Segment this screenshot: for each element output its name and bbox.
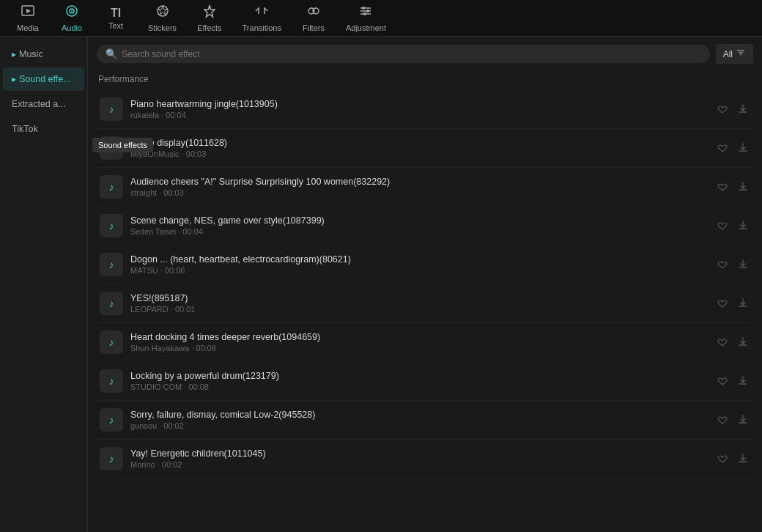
svg-point-13 (363, 12, 366, 15)
filter-icon (736, 48, 746, 60)
track-meta: gunsou · 00:02 (130, 421, 708, 430)
track-music-icon: ♪ (100, 175, 123, 199)
track-item[interactable]: ♪ Piano heartwarming jingle(1013905) ruk… (94, 90, 756, 129)
track-name: Audience cheers "A!" Surprise Surprising… (130, 177, 708, 187)
track-download-button[interactable] (736, 218, 750, 233)
nav-effects[interactable]: Effects (188, 1, 230, 35)
search-input[interactable] (122, 49, 701, 59)
track-item[interactable]: ♪ Locking by a powerful drum(123179) STU… (94, 362, 756, 401)
track-meta: MATSU · 00:06 (130, 266, 708, 275)
track-item[interactable]: ♪ Yay! Energetic children(1011045) Morin… (94, 440, 756, 479)
track-favorite-button[interactable] (715, 102, 730, 117)
track-favorite-button[interactable] (715, 335, 730, 350)
svg-point-9 (362, 7, 365, 10)
track-favorite-button[interactable] (715, 296, 730, 311)
nav-adjustment[interactable]: Adjustment (337, 1, 395, 35)
sidebar-music-label: Music (19, 49, 43, 59)
track-name: Yay! Energetic children(1011045) (130, 448, 708, 459)
track-download-button[interactable] (736, 413, 750, 427)
track-music-icon: ♪ (100, 292, 123, 315)
track-info: Scene change, NES, game over style(10873… (130, 215, 708, 236)
nav-media[interactable]: Media (7, 1, 48, 35)
track-download-button[interactable] (736, 374, 750, 388)
sidebar-sound-effects-label: Sound effe... (19, 74, 71, 84)
search-icon: 🔍 (106, 48, 117, 59)
track-music-icon: ♪ (100, 408, 123, 432)
track-favorite-button[interactable] (715, 141, 730, 155)
track-actions (715, 218, 750, 233)
track-music-icon: ♪ (100, 214, 123, 237)
track-info: Heart docking 4 times deeper reverb(1094… (130, 332, 708, 352)
top-nav: Media Audio TI Text Stickers (0, 0, 762, 37)
nav-effects-label: Effects (197, 23, 221, 32)
sidebar-tooltip: Sound effects (92, 138, 153, 152)
track-download-button[interactable] (736, 335, 750, 350)
all-filter-button[interactable]: All (716, 44, 753, 64)
sidebar-item-sound-effects[interactable]: ▶ Sound effe... (3, 67, 84, 91)
track-name: Piano heartwarming jingle(1013905) (130, 99, 708, 109)
track-item[interactable]: ♪ Heart docking 4 times deeper reverb(10… (94, 323, 756, 362)
track-actions (715, 141, 750, 155)
nav-audio[interactable]: Audio (51, 1, 92, 35)
nav-filters[interactable]: Filters (293, 1, 334, 35)
track-item[interactable]: ♪ Sorry, failure, dismay, comical Low-2(… (94, 401, 756, 440)
nav-text[interactable]: TI Text (95, 4, 136, 33)
track-meta: Morino · 00:02 (130, 460, 708, 469)
sidebar-item-music[interactable]: ▶ Music (3, 43, 84, 66)
track-download-button[interactable] (736, 296, 750, 311)
track-info: Yay! Energetic children(1011045) Morino … (130, 448, 708, 469)
music-caret-icon: ▶ (12, 51, 16, 58)
track-info: YES!(895187) LEOPARD · 00:01 (130, 293, 708, 314)
track-info: Score display(1011628) MiyaOnMusic · 00:… (130, 138, 708, 158)
nav-transitions[interactable]: Transitions (234, 1, 290, 35)
track-download-button[interactable] (736, 141, 750, 155)
track-info: Locking by a powerful drum(123179) STUDI… (130, 371, 708, 391)
track-meta: Seiten Taisei · 00:04 (130, 227, 708, 236)
content-area: 🔍 All Performance ♪ Pia (88, 37, 762, 532)
track-info: Audience cheers "A!" Surprise Surprising… (130, 177, 708, 197)
sound-effects-caret-icon: ▶ (12, 76, 16, 83)
audio-icon (64, 4, 79, 22)
track-info: Sorry, failure, dismay, comical Low-2(94… (130, 410, 708, 430)
track-download-button[interactable] (736, 257, 750, 272)
transitions-icon (254, 4, 269, 22)
track-favorite-button[interactable] (715, 374, 730, 388)
track-item[interactable]: ♪ Score display(1011628) MiyaOnMusic · 0… (94, 129, 756, 168)
nav-stickers-label: Stickers (148, 23, 177, 32)
track-favorite-button[interactable] (715, 413, 730, 427)
svg-point-11 (366, 10, 369, 12)
all-filter-label: All (723, 49, 733, 59)
track-item[interactable]: ♪ YES!(895187) LEOPARD · 00:01 (94, 284, 756, 323)
track-name: Sorry, failure, dismay, comical Low-2(94… (130, 410, 708, 420)
track-item[interactable]: ♪ Dogon ... (heart, heartbeat, electroca… (94, 245, 756, 284)
track-meta: rukatela · 00:04 (130, 111, 708, 119)
effects-icon (202, 4, 217, 22)
sidebar-item-extracted[interactable]: Extracted a... (3, 92, 84, 116)
sidebar-item-tiktok[interactable]: TikTok (3, 117, 84, 141)
nav-transitions-label: Transitions (243, 23, 281, 32)
track-name: Scene change, NES, game over style(10873… (130, 215, 708, 226)
nav-filters-label: Filters (303, 23, 325, 32)
track-download-button[interactable] (736, 180, 750, 194)
nav-adjustment-label: Adjustment (346, 23, 386, 32)
track-item[interactable]: ♪ Scene change, NES, game over style(108… (94, 207, 756, 245)
track-favorite-button[interactable] (715, 180, 730, 194)
track-actions (715, 413, 750, 427)
track-name: Score display(1011628) (130, 138, 708, 148)
track-favorite-button[interactable] (715, 257, 730, 272)
track-music-icon: ♪ (100, 447, 123, 470)
track-name: YES!(895187) (130, 293, 708, 303)
track-name: Locking by a powerful drum(123179) (130, 371, 708, 381)
track-music-icon: ♪ (100, 369, 123, 393)
track-music-icon: ♪ (100, 97, 123, 121)
track-download-button[interactable] (736, 102, 750, 117)
sidebar-tiktok-label: TikTok (12, 124, 38, 134)
nav-stickers[interactable]: Stickers (139, 1, 185, 35)
search-input-wrapper[interactable]: 🔍 (97, 45, 710, 63)
track-meta: STUDIO COM · 00:08 (130, 383, 708, 391)
track-favorite-button[interactable] (715, 218, 730, 233)
track-item[interactable]: ♪ Audience cheers "A!" Surprise Surprisi… (94, 168, 756, 207)
track-favorite-button[interactable] (715, 451, 730, 466)
track-download-button[interactable] (736, 451, 750, 466)
track-info: Dogon ... (heart, heartbeat, electrocard… (130, 254, 708, 275)
